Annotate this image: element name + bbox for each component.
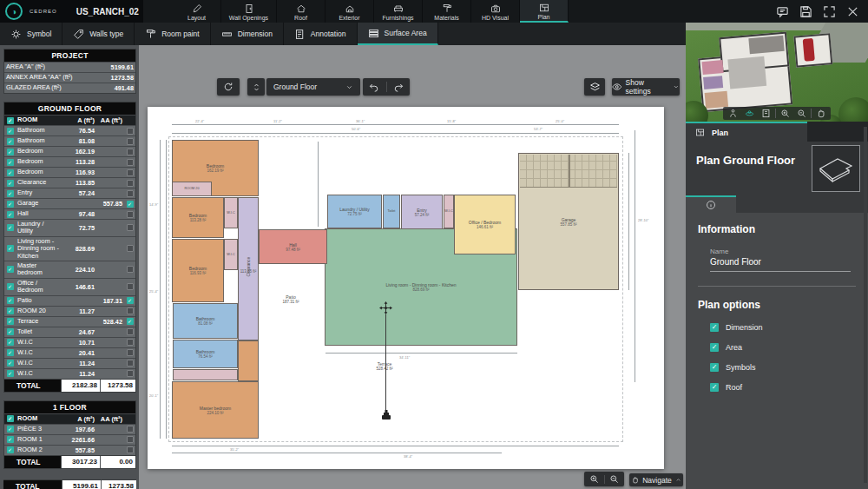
- checkbox[interactable]: [7, 159, 14, 166]
- checkbox[interactable]: [127, 128, 134, 135]
- checkbox[interactable]: [127, 169, 134, 176]
- table-row[interactable]: Laundry / Utility72.75: [4, 219, 135, 236]
- option-roof[interactable]: Roof: [710, 383, 856, 392]
- layers-button[interactable]: [584, 78, 605, 96]
- tab-roof[interactable]: Roof: [277, 0, 326, 23]
- plan-canvas[interactable]: 22'-4"11'-2"36'-1"15'-8"25'-0"50'-6"53'-…: [139, 45, 686, 489]
- undo-button[interactable]: [363, 82, 386, 92]
- table-row[interactable]: Hall97.48: [4, 208, 135, 219]
- room-laundry-utility[interactable]: Laundry / Utility72.75 ft²: [327, 195, 382, 228]
- tab-plan[interactable]: Plan: [520, 0, 569, 23]
- checkbox[interactable]: [7, 318, 14, 325]
- checkbox[interactable]: [127, 201, 134, 208]
- checkbox[interactable]: [710, 383, 719, 392]
- room-w-i-c[interactable]: W.I.C: [224, 197, 238, 228]
- checkbox[interactable]: [127, 446, 134, 453]
- room-bathroom[interactable]: Bathroom81.08 ft²: [173, 303, 238, 339]
- plan-view-button[interactable]: [759, 108, 773, 119]
- room-hall[interactable]: Hall97.48 ft²: [259, 229, 327, 264]
- redo-button[interactable]: [387, 82, 411, 92]
- tool-annotation[interactable]: Annotation: [284, 23, 358, 45]
- option-dimension[interactable]: Dimension: [710, 323, 856, 332]
- checkbox[interactable]: [127, 266, 134, 273]
- table-row[interactable]: Bathroom76.54: [4, 125, 135, 135]
- tool-surface-area[interactable]: Surface Area: [358, 23, 438, 45]
- table-row[interactable]: Patio187.31: [4, 295, 135, 306]
- tab-plan[interactable]: Plan: [686, 122, 807, 142]
- room-room-20[interactable]: ROOM 20: [172, 182, 212, 196]
- checkbox[interactable]: [127, 180, 134, 187]
- checkbox[interactable]: [7, 360, 14, 367]
- table-row[interactable]: PIÈCE 3197.66: [4, 424, 135, 434]
- preview-zoom-out-button[interactable]: [794, 108, 809, 119]
- table-row[interactable]: ROOM 2557.85: [4, 445, 135, 455]
- room-office-bedroom[interactable]: Office / Bedroom146.61 ft²: [454, 195, 516, 254]
- app-logo[interactable]: ◑ CEDREO US_RANCH_02: [0, 0, 143, 23]
- checkbox[interactable]: [127, 318, 134, 325]
- checkbox[interactable]: [7, 415, 14, 422]
- zoom-in-button[interactable]: [584, 474, 604, 484]
- checkbox[interactable]: [127, 211, 134, 218]
- checkbox[interactable]: [710, 323, 719, 332]
- preview-pan-button[interactable]: [813, 108, 828, 119]
- table-row[interactable]: Garage557.85: [4, 198, 135, 208]
- room-entry[interactable]: Entry57.24 ft²: [401, 195, 443, 229]
- table-row[interactable]: Bedroom113.28: [4, 156, 135, 167]
- room-toilet[interactable]: Toilet: [383, 195, 400, 228]
- room-patch[interactable]: [238, 340, 259, 381]
- checkbox[interactable]: [7, 339, 14, 346]
- table-row[interactable]: Terrace528.42: [4, 316, 135, 327]
- table-row[interactable]: ROOM 12261.66: [4, 434, 135, 445]
- checkbox[interactable]: [127, 138, 134, 145]
- aerial-view-button[interactable]: [742, 108, 757, 119]
- checkbox[interactable]: [127, 297, 134, 304]
- room-garage[interactable]: Garage557.85 ft²: [518, 153, 619, 290]
- show-settings-dropdown[interactable]: Show settings: [612, 78, 680, 96]
- camera-viewpoint-icon[interactable]: [379, 409, 393, 425]
- checkbox[interactable]: [7, 117, 14, 124]
- checkbox[interactable]: [7, 224, 14, 231]
- checkbox[interactable]: [127, 360, 134, 367]
- checkbox[interactable]: [7, 180, 14, 187]
- checkbox[interactable]: [7, 283, 14, 290]
- save-button[interactable]: [799, 5, 812, 18]
- tab-information[interactable]: [686, 195, 736, 213]
- navigate-dropdown[interactable]: Navigate: [629, 473, 683, 486]
- checkbox[interactable]: [7, 201, 14, 208]
- room-master-bedroom[interactable]: Master bedroom224.10 ft²: [172, 381, 259, 439]
- checkbox[interactable]: [7, 169, 14, 176]
- room-bathroom[interactable]: Bathroom76.54 ft²: [173, 340, 238, 368]
- option-symbols[interactable]: Symbols: [710, 363, 856, 372]
- floor-thumbnail[interactable]: [812, 145, 860, 192]
- room-clearance[interactable]: Clearance113.85 ft²: [238, 197, 259, 340]
- plan-sheet[interactable]: 22'-4"11'-2"36'-1"15'-8"25'-0"50'-6"53'-…: [148, 107, 664, 469]
- checkbox[interactable]: [7, 297, 14, 304]
- checkbox[interactable]: [7, 426, 14, 433]
- tab-materials[interactable]: Materials: [423, 0, 471, 23]
- table-row[interactable]: Clearance113.85: [4, 177, 135, 188]
- table-row[interactable]: ROOM 2011.27: [4, 306, 135, 316]
- table-row[interactable]: Entry57.24: [4, 188, 135, 198]
- table-row[interactable]: Bathroom81.08: [4, 135, 135, 146]
- tool-symbol[interactable]: Symbol: [0, 23, 62, 45]
- room-bedroom[interactable]: Bedroom116.93 ft²: [172, 239, 224, 302]
- tab-exterior[interactable]: Exterior: [326, 0, 374, 23]
- option-area[interactable]: Area: [710, 343, 856, 352]
- checkbox[interactable]: [127, 224, 134, 231]
- checkbox[interactable]: [127, 245, 134, 252]
- table-row[interactable]: Toilet24.67: [4, 327, 135, 337]
- tab-hd-visual[interactable]: HD Visual: [471, 0, 520, 23]
- tab-layout[interactable]: Layout: [173, 0, 221, 23]
- checkbox[interactable]: [127, 328, 134, 335]
- name-field[interactable]: Name Ground Floor: [710, 248, 851, 272]
- room-w-i-c[interactable]: [173, 369, 238, 380]
- sync-floors-button[interactable]: [217, 78, 240, 96]
- checkbox[interactable]: [127, 283, 134, 290]
- checkbox[interactable]: [7, 190, 14, 197]
- fullscreen-button[interactable]: [823, 5, 836, 18]
- 3d-preview-viewport[interactable]: [686, 23, 868, 122]
- walkthrough-button[interactable]: [726, 108, 740, 119]
- checkbox[interactable]: [127, 339, 134, 346]
- checkbox[interactable]: [7, 436, 14, 443]
- table-row[interactable]: Bedroom116.93: [4, 167, 135, 177]
